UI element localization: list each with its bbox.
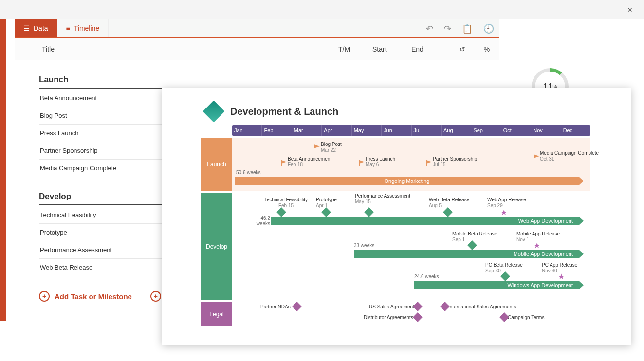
tab-label: Data	[34, 24, 48, 32]
task-bar-web[interactable]: Web App Development	[271, 217, 579, 225]
diamond-icon	[499, 312, 509, 322]
month-cell: Jan	[232, 125, 262, 136]
swimlane-develop: Develop	[201, 193, 232, 300]
milestone-label: Performance AssessmentMay 15	[355, 193, 410, 204]
col-tm: T/M	[338, 45, 372, 53]
diamond-icon	[292, 302, 302, 311]
month-cell: Mar	[292, 125, 322, 136]
col-percent: %	[475, 45, 499, 53]
diamond-icon	[276, 207, 286, 217]
flag-icon	[314, 144, 320, 150]
diamond-icon	[321, 207, 331, 217]
timeline-preview-card: Development & Launch Jan Feb Mar Apr May…	[162, 88, 631, 345]
close-icon[interactable]: ✕	[627, 5, 632, 14]
plus-icon: +	[39, 291, 50, 302]
milestone-label: Partner NDAs	[260, 304, 291, 310]
diamond-icon	[440, 302, 450, 311]
duration-label: 33 weeks	[354, 243, 374, 248]
star-icon: ★	[500, 208, 507, 217]
milestone-label: Mobile Beta ReleaseSep 1	[452, 231, 497, 242]
month-cell: Jul	[412, 125, 442, 136]
flag-icon	[281, 160, 287, 166]
accent-strip	[0, 19, 6, 321]
group-title[interactable]: Launch	[39, 75, 477, 85]
redo-icon[interactable]: ↷	[444, 23, 451, 34]
plus-icon[interactable]: +	[150, 291, 161, 302]
col-history-icon: ↺	[450, 45, 475, 53]
milestone-label: Blog PostMar 22	[321, 142, 342, 153]
month-cell: Dec	[561, 125, 590, 136]
task-bar-windows[interactable]: Windows App Development	[414, 281, 579, 289]
milestone-label: PrototypeApr 1	[316, 197, 337, 208]
duration-label: 24.6 weeks	[414, 274, 439, 279]
col-end: End	[411, 45, 450, 53]
duration-label: 50.6 weeks	[236, 170, 261, 175]
star-icon: ★	[534, 241, 540, 250]
tab-timeline[interactable]: ≡ Timeline	[57, 19, 109, 37]
tab-data[interactable]: ☰ Data	[15, 19, 57, 37]
svg-rect-1	[281, 160, 282, 166]
milestone-label: Technical FeasibilityFeb 15	[264, 197, 308, 208]
clipboard-icon[interactable]: 📋	[462, 23, 473, 34]
milestone-label: Web Beta ReleaseAug 5	[429, 197, 469, 208]
svg-rect-9	[534, 154, 534, 160]
month-header: Jan Feb Mar Apr May Jun Jul Aug Sep Oct …	[232, 125, 590, 136]
duration-label: 46.2 weeks	[251, 216, 270, 226]
svg-rect-3	[314, 144, 314, 150]
milestone-label: PC Beta ReleaseSep 30	[485, 262, 523, 273]
month-cell: May	[352, 125, 382, 136]
milestone-label: US Sales Agreements	[369, 304, 417, 310]
diamond-icon	[364, 207, 374, 217]
milestone-label: International Sales Agreements	[448, 304, 516, 310]
milestone-label: Beta AnnouncementFeb 18	[288, 156, 331, 167]
undo-icon[interactable]: ↶	[426, 23, 433, 34]
history-icon[interactable]: 🕘	[483, 23, 494, 34]
flag-icon	[534, 154, 539, 160]
svg-marker-0	[281, 160, 287, 164]
month-cell: Jun	[382, 125, 411, 136]
month-cell: Oct	[501, 125, 531, 136]
svg-marker-4	[359, 160, 365, 164]
star-icon: ★	[558, 272, 565, 281]
column-headers: Title T/M Start End ↺ %	[15, 38, 499, 60]
tab-label: Timeline	[74, 24, 99, 32]
task-bar-ongoing-marketing[interactable]: Ongoing Marketing	[235, 177, 579, 185]
diamond-icon	[413, 312, 423, 322]
timeline-title: Development & Launch	[230, 106, 338, 117]
milestone-label: Web App ReleaseSep 29	[487, 197, 526, 208]
svg-marker-2	[314, 144, 320, 148]
month-cell: Apr	[322, 125, 351, 136]
svg-rect-7	[426, 160, 427, 166]
milestone-label: Press LaunchMay 6	[366, 156, 395, 167]
milestone-label: Distributor Agreements	[364, 315, 413, 321]
milestone-label: Partner SponsorshipJul 15	[433, 156, 477, 167]
timeline-icon: ≡	[66, 24, 70, 32]
flag-icon	[359, 160, 365, 166]
col-title: Title	[42, 45, 338, 53]
diamond-icon	[413, 302, 423, 311]
svg-marker-8	[534, 154, 539, 158]
list-icon: ☰	[23, 24, 30, 32]
swimlane-legal: Legal	[201, 302, 232, 326]
svg-marker-6	[426, 160, 432, 164]
toolbar: ↶ ↷ 📋 🕘	[426, 19, 494, 38]
month-cell: Sep	[471, 125, 501, 136]
tab-bar: ☰ Data ≡ Timeline ↶ ↷ 📋 🕘	[15, 19, 499, 38]
svg-rect-5	[359, 160, 360, 166]
month-cell: Feb	[262, 125, 292, 136]
col-start: Start	[372, 45, 411, 53]
swimlane-launch: Launch	[201, 138, 232, 191]
flag-icon	[426, 160, 432, 166]
add-label: Add Task or Milestone	[55, 292, 132, 301]
gantt-chart: Jan Feb Mar Apr May Jun Jul Aug Sep Oct …	[201, 125, 590, 334]
month-cell: Nov	[531, 125, 561, 136]
milestone-label: Campaign Terms	[508, 315, 544, 321]
diamond-icon	[443, 207, 453, 217]
task-bar-mobile[interactable]: Mobile App Development	[354, 250, 579, 258]
month-cell: Aug	[442, 125, 471, 136]
app-logo-icon	[202, 100, 224, 122]
milestone-label: Media Campaign CompleteOct 31	[540, 150, 599, 162]
